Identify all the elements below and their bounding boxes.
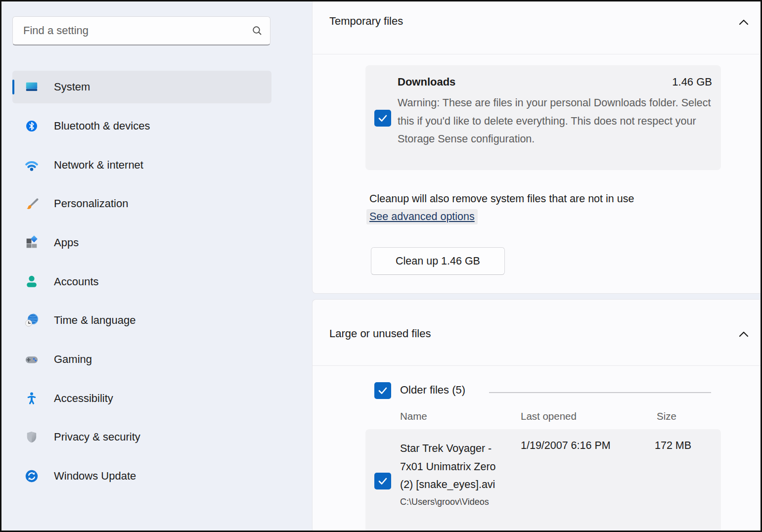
sidebar-item-label: Gaming (54, 353, 92, 366)
sidebar-item-label: Apps (54, 236, 79, 249)
personalization-icon (24, 196, 39, 211)
file-size: 172 MB (655, 440, 691, 452)
downloads-card: Downloads 1.46 GB Warning: These are fil… (365, 65, 721, 170)
file-checkbox[interactable] (374, 473, 391, 489)
sidebar-item-network-internet[interactable]: Network & internet (12, 149, 271, 181)
sidebar-item-time-language[interactable]: Time & language (12, 304, 271, 337)
sidebar-item-gaming[interactable]: Gaming (12, 343, 271, 376)
file-name-block: Star Trek Voyager - 7x01 Unimatrix Zero … (400, 440, 505, 510)
search-input[interactable] (22, 24, 251, 38)
sidebar-item-system[interactable]: System (12, 71, 271, 103)
sidebar-item-bluetooth-devices[interactable]: Bluetooth & devices (12, 110, 271, 142)
checkmark-icon (377, 475, 389, 487)
clean-up-button[interactable]: Clean up 1.46 GB (371, 247, 505, 275)
sidebar-item-label: System (54, 81, 90, 93)
checkmark-icon (377, 112, 389, 124)
sidebar-item-label: Time & language (54, 314, 136, 327)
collapse-temporary-files-button[interactable] (737, 16, 751, 28)
sidebar-item-personalization[interactable]: Personalization (12, 187, 271, 220)
sidebar-item-label: Windows Update (54, 470, 136, 483)
sidebar-item-accessibility[interactable]: Accessibility (12, 382, 271, 415)
time-language-icon (24, 313, 39, 328)
search-box[interactable] (12, 16, 270, 45)
temporary-files-title: Temporary files (329, 15, 403, 28)
sidebar-item-label: Personalization (54, 197, 128, 210)
sidebar-item-label: Accessibility (54, 392, 113, 405)
accounts-icon (24, 274, 39, 289)
sidebar-item-privacy-security[interactable]: Privacy & security (12, 421, 271, 453)
accessibility-icon (24, 391, 39, 406)
sidebar-item-label: Privacy & security (54, 431, 140, 443)
temporary-files-section: Temporary files Downloads 1.46 GB Warnin… (312, 1, 762, 294)
file-last-opened: 1/19/2007 6:16 PM (521, 440, 611, 452)
chevron-up-icon (737, 328, 751, 340)
selected-indicator (12, 80, 14, 94)
sidebar-item-accounts[interactable]: Accounts (12, 266, 271, 298)
system-icon (24, 80, 39, 94)
downloads-title: Downloads (398, 76, 455, 89)
column-header-size: Size (657, 410, 676, 422)
downloads-checkbox[interactable] (374, 110, 391, 127)
group-rule (489, 392, 711, 393)
shield-icon (24, 430, 39, 444)
windows-update-icon (24, 469, 39, 484)
chevron-up-icon (737, 16, 751, 28)
sidebar-item-apps[interactable]: Apps (12, 226, 271, 259)
large-unused-files-title: Large or unused files (329, 327, 431, 340)
gaming-icon (24, 352, 39, 367)
sidebar-item-label: Network & internet (54, 159, 143, 172)
see-advanced-options-link[interactable]: See advanced options (366, 209, 478, 224)
downloads-warning-text: Warning: These are files in your persona… (398, 94, 717, 148)
apps-icon (24, 235, 39, 250)
checkmark-icon (377, 385, 389, 397)
file-name: Star Trek Voyager - 7x01 Unimatrix Zero … (400, 443, 496, 490)
sidebar-item-label: Bluetooth & devices (54, 120, 150, 133)
section-divider (313, 365, 762, 366)
network-icon (24, 158, 39, 173)
file-row-card: Star Trek Voyager - 7x01 Unimatrix Zero … (365, 429, 721, 532)
large-unused-files-section: Large or unused files Older files (5) Na… (312, 299, 762, 532)
cleanup-note: Cleanup will also remove system files th… (369, 193, 634, 205)
settings-sidebar: System Bluetooth & devices Network & (1, 1, 311, 531)
sidebar-item-windows-update[interactable]: Windows Update (12, 460, 271, 492)
column-header-name: Name (400, 410, 427, 422)
settings-window: System Bluetooth & devices Network & (0, 0, 762, 532)
section-divider (313, 54, 762, 54)
file-path: C:\Users\groov\Videos (400, 494, 505, 510)
bluetooth-icon (24, 119, 39, 133)
search-icon[interactable] (251, 25, 263, 37)
sidebar-item-label: Accounts (54, 275, 99, 288)
column-header-last-opened: Last opened (521, 410, 577, 422)
downloads-size: 1.46 GB (672, 76, 712, 89)
older-files-checkbox[interactable] (374, 382, 391, 399)
older-files-group-label: Older files (5) (400, 384, 465, 397)
collapse-large-unused-files-button[interactable] (737, 328, 751, 340)
